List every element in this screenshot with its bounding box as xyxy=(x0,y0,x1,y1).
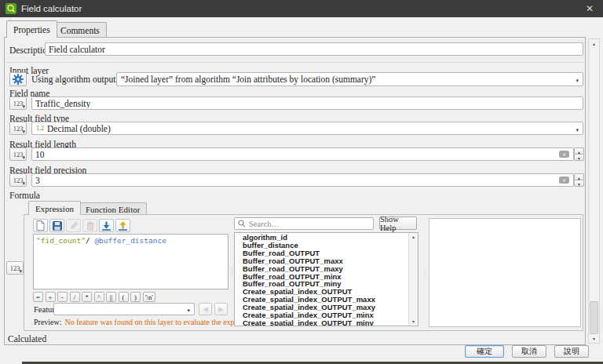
trash-icon xyxy=(86,221,95,231)
window-title: Field calculator xyxy=(21,4,82,13)
spin-up-icon xyxy=(578,177,580,178)
qgis-logo-icon xyxy=(5,3,16,14)
decimal-type-icon: 1.2 xyxy=(36,125,44,132)
chevron-down-icon xyxy=(22,129,25,135)
search-input[interactable] xyxy=(249,220,370,228)
title-bar: Field calculator ✕ xyxy=(0,0,603,17)
formula-override-button[interactable]: 123 xyxy=(6,261,24,275)
algorithm-source-button[interactable] xyxy=(9,72,27,86)
variable-list: algorithm_idbuffer_distanceBuffer_road_O… xyxy=(235,234,408,326)
description-input[interactable] xyxy=(45,42,583,56)
operator-button[interactable]: - xyxy=(57,292,68,302)
variable-list-scrollbar[interactable]: ▴ ▾ xyxy=(408,233,418,326)
variable-list-item[interactable]: Create_spatial_index_OUTPUT_miny xyxy=(243,319,408,326)
clear-value-icon[interactable] xyxy=(559,177,569,184)
scrollbar-thumb[interactable] xyxy=(590,301,598,334)
chevron-down-icon xyxy=(576,124,579,133)
expression-toolbar xyxy=(33,219,130,232)
operator-button[interactable]: '\n' xyxy=(143,292,156,302)
arrow-down-import-icon xyxy=(101,221,111,231)
separator xyxy=(5,62,584,63)
tab-function-editor[interactable]: Function Editor xyxy=(79,202,147,215)
previous-feature-button[interactable]: ◀ xyxy=(199,303,212,315)
chevron-down-icon xyxy=(22,155,25,161)
dialog-scrollbar[interactable]: ▴ ▾ xyxy=(588,38,600,344)
preview-row: Preview: No feature was found on this la… xyxy=(34,318,258,326)
result-field-type-value: Decimal (double) xyxy=(47,124,111,133)
calculated-label: Calculated xyxy=(8,334,46,344)
scroll-up-icon: ▴ xyxy=(412,233,415,241)
field-name-override-button[interactable]: 123 xyxy=(9,96,27,110)
formula-label: Formula xyxy=(9,191,40,200)
expression-editor[interactable]: "fid_count"/ @buffer_distance xyxy=(33,234,228,289)
delete-expression-button[interactable] xyxy=(82,219,97,232)
operator-button[interactable]: ^ xyxy=(94,292,104,302)
function-search[interactable] xyxy=(234,217,374,230)
ok-button[interactable]: 確定 xyxy=(465,345,504,358)
save-expression-button[interactable] xyxy=(49,219,64,232)
chevron-down-icon xyxy=(22,180,25,187)
operator-button[interactable]: ) xyxy=(130,292,141,302)
help-button[interactable]: 說明 xyxy=(554,345,589,358)
chevron-down-icon xyxy=(22,104,25,110)
spin-down-icon xyxy=(578,157,580,158)
input-layer-value: “Joined layer” from algorithm “Join attr… xyxy=(121,75,375,84)
precision-spinner[interactable] xyxy=(574,173,584,187)
expression-field-token: "fid_count" xyxy=(36,236,86,245)
splitter-handle-icon[interactable]: ⋮ xyxy=(422,273,429,277)
scroll-down-icon[interactable]: ▾ xyxy=(589,334,599,343)
input-layer-prefix-label: Using algorithm output xyxy=(31,75,115,84)
chevron-down-icon xyxy=(19,268,22,275)
result-field-type-override-button[interactable]: 123 xyxy=(9,122,27,135)
export-expression-button[interactable] xyxy=(115,219,130,232)
cancel-button[interactable]: 取消 xyxy=(512,345,546,358)
result-field-type-combo[interactable]: 1.2 Decimal (double) xyxy=(31,122,583,135)
new-file-icon xyxy=(36,220,45,231)
splitter-handle-icon[interactable]: ⋮ xyxy=(228,270,236,274)
expression-variable-token: @buffer_distance xyxy=(94,236,166,245)
spin-down-icon xyxy=(578,183,580,184)
chevron-down-icon xyxy=(187,304,190,314)
function-help-panel xyxy=(429,218,581,327)
result-field-precision-input[interactable] xyxy=(31,173,574,187)
close-icon[interactable]: ✕ xyxy=(582,3,598,14)
scroll-down-icon: ▾ xyxy=(412,318,415,326)
operator-button[interactable]: || xyxy=(106,292,116,302)
arrow-up-export-icon xyxy=(118,221,128,231)
operator-button[interactable]: ( xyxy=(119,292,129,302)
scroll-up-icon[interactable]: ▴ xyxy=(589,39,599,48)
gear-icon xyxy=(13,74,24,85)
pencil-icon xyxy=(69,221,79,231)
input-layer-combo[interactable]: “Joined layer” from algorithm “Join attr… xyxy=(116,72,583,86)
tab-expression[interactable]: Expression xyxy=(28,201,81,215)
operator-buttons: =+-/*^||()'\n' xyxy=(33,292,155,302)
variable-list-panel: algorithm_idbuffer_distanceBuffer_road_O… xyxy=(234,232,418,326)
spin-up-icon xyxy=(578,151,580,152)
show-help-button[interactable]: Show Help xyxy=(379,217,417,230)
import-expression-button[interactable] xyxy=(99,219,114,232)
operator-button[interactable]: / xyxy=(70,292,80,302)
tab-properties[interactable]: Properties xyxy=(6,20,57,38)
result-field-precision-override-button[interactable]: 123 xyxy=(9,173,27,187)
result-field-length-input[interactable] xyxy=(31,147,574,161)
search-icon xyxy=(238,220,246,228)
operator-button[interactable]: * xyxy=(82,292,92,302)
result-field-length-override-button[interactable]: 123 xyxy=(9,147,27,161)
new-expression-button[interactable] xyxy=(33,219,48,232)
preview-warning-message: No feature was found on this layer to ev… xyxy=(65,318,259,326)
save-icon xyxy=(53,221,62,231)
operator-button[interactable]: = xyxy=(33,292,43,302)
edit-expression-button[interactable] xyxy=(66,219,81,232)
length-spinner[interactable] xyxy=(574,147,584,161)
tab-comments[interactable]: Comments xyxy=(53,22,107,38)
clear-value-icon[interactable] xyxy=(559,151,569,158)
field-name-input[interactable] xyxy=(31,96,583,110)
preview-label: Preview: xyxy=(34,318,62,326)
next-feature-button[interactable]: ▶ xyxy=(214,303,228,315)
chevron-down-icon xyxy=(576,75,579,84)
operator-button[interactable]: + xyxy=(46,292,56,302)
feature-combo[interactable] xyxy=(53,303,195,315)
expression-operator-token: / xyxy=(86,236,94,245)
